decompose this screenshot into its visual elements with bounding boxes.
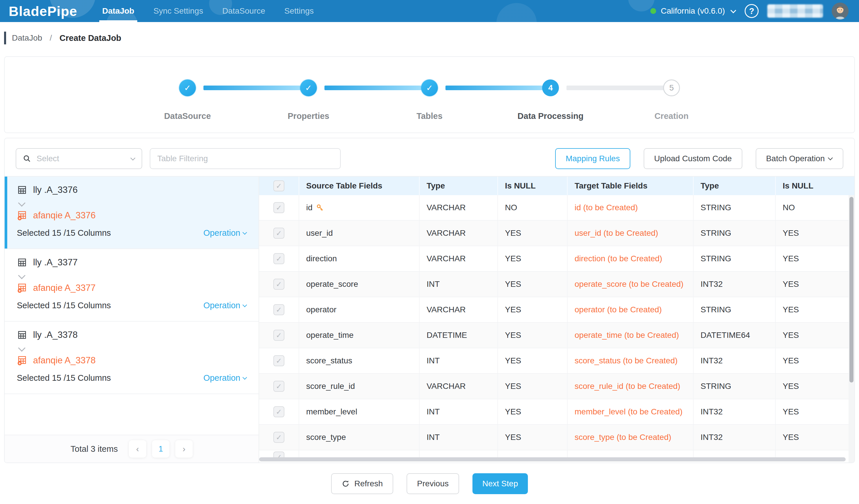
target-field-type: INT32 bbox=[694, 425, 776, 450]
username-redacted bbox=[767, 4, 823, 18]
refresh-button[interactable]: Refresh bbox=[331, 473, 393, 494]
previous-button[interactable]: Previous bbox=[407, 473, 459, 494]
source-field-name: score_rule_id bbox=[306, 382, 355, 391]
nav-item-settings[interactable]: Settings bbox=[284, 0, 314, 22]
selected-columns-text: Selected 15 /15 Columns bbox=[17, 301, 111, 310]
mapping-rules-button[interactable]: Mapping Rules bbox=[555, 148, 630, 169]
content-split: lly .A_3376 afanqie A_3376 bbox=[5, 176, 854, 462]
nav-item-datajob[interactable]: DataJob bbox=[102, 0, 134, 22]
source-field-null: YES bbox=[498, 399, 568, 424]
target-field-name: member_level (to be Created) bbox=[575, 406, 682, 417]
operation-menu-link[interactable]: Operation bbox=[204, 301, 247, 310]
upload-custom-code-button[interactable]: Upload Custom Code bbox=[644, 148, 742, 169]
avatar-face-icon bbox=[832, 3, 848, 19]
source-field-null: YES bbox=[498, 374, 568, 399]
field-row: score_rule_id VARCHAR YES score_rule_id … bbox=[259, 374, 854, 399]
source-field-type: VARCHAR bbox=[420, 297, 498, 322]
header-source-null: Is NULL bbox=[498, 177, 568, 195]
breadcrumb-accent-bar bbox=[4, 32, 6, 44]
page-title: Create DataJob bbox=[60, 33, 121, 43]
row-checkbox[interactable] bbox=[273, 202, 284, 213]
header-target-type: Type bbox=[694, 177, 776, 195]
row-checkbox[interactable] bbox=[273, 432, 284, 443]
refresh-label: Refresh bbox=[355, 479, 383, 488]
selection-summary-row: Selected 15 /15 Columns Operation bbox=[17, 301, 247, 310]
field-row: score_type INT YES score_type (to be Cre… bbox=[259, 425, 854, 450]
select-all-checkbox[interactable] bbox=[273, 180, 284, 191]
operation-label: Operation bbox=[204, 301, 240, 310]
avatar[interactable] bbox=[832, 3, 848, 19]
expand-chevron-icon[interactable] bbox=[18, 199, 25, 206]
table-select-dropdown[interactable]: Select bbox=[16, 148, 142, 169]
vertical-scrollbar[interactable] bbox=[849, 197, 854, 382]
row-checkbox[interactable] bbox=[273, 304, 284, 315]
step-label-datasource: DataSource bbox=[126, 111, 248, 121]
operation-label: Operation bbox=[204, 373, 240, 383]
target-field-type: STRING bbox=[694, 246, 776, 271]
source-table-icon bbox=[17, 185, 27, 195]
row-checkbox[interactable] bbox=[273, 253, 284, 264]
horizontal-scrollbar[interactable] bbox=[259, 457, 846, 461]
expand-chevron-icon[interactable] bbox=[18, 272, 25, 279]
source-field-null: YES bbox=[498, 323, 568, 348]
breadcrumb: DataJob / Create DataJob bbox=[0, 22, 859, 51]
target-field-name: operate_score (to be Created) bbox=[575, 279, 683, 290]
breadcrumb-parent[interactable]: DataJob bbox=[12, 33, 42, 43]
nav-right-group: California (v0.6.0) ? bbox=[650, 3, 848, 19]
source-field-name: operate_score bbox=[306, 280, 358, 289]
pagination-next-button[interactable]: › bbox=[175, 440, 193, 458]
environment-selector[interactable]: California (v0.6.0) bbox=[650, 6, 736, 16]
target-field-null: NO bbox=[776, 195, 854, 220]
nav-item-sync-settings[interactable]: Sync Settings bbox=[153, 0, 203, 22]
select-placeholder: Select bbox=[36, 154, 59, 163]
source-field-null: YES bbox=[498, 425, 568, 450]
row-checkbox[interactable] bbox=[273, 355, 284, 366]
step-connector-3 bbox=[446, 85, 543, 90]
target-field-name: score_type (to be Created) bbox=[575, 432, 671, 443]
table-pair-item: lly .A_3376 afanqie A_3376 bbox=[5, 177, 259, 249]
step-label-data-processing: Data Processing bbox=[489, 111, 612, 121]
batch-operation-button[interactable]: Batch Operation bbox=[756, 148, 843, 169]
source-field-name: score_type bbox=[306, 433, 346, 442]
row-checkbox[interactable] bbox=[273, 381, 284, 392]
target-table-name: afanqie A_3376 bbox=[33, 210, 96, 221]
row-checkbox[interactable] bbox=[273, 406, 284, 417]
target-field-type: DATETIME64 bbox=[694, 323, 776, 348]
field-row: operator VARCHAR YES operator (to be Cre… bbox=[259, 297, 854, 323]
field-row: member_level INT YES member_level (to be… bbox=[259, 399, 854, 425]
nav-item-datasource[interactable]: DataSource bbox=[222, 0, 265, 22]
table-pair-item: lly .A_3378 afanqie A_3378 bbox=[5, 321, 259, 394]
source-field-null: YES bbox=[498, 348, 568, 373]
search-icon bbox=[22, 154, 31, 163]
app-logo[interactable]: BladePipe bbox=[9, 3, 77, 19]
table-filter-input[interactable] bbox=[150, 148, 341, 169]
header-target-fields: Target Table Fields bbox=[568, 177, 694, 195]
pagination-page-1[interactable]: 1 bbox=[152, 440, 169, 458]
target-field-name: user_id (to be Created) bbox=[575, 227, 658, 239]
source-table-row: lly .A_3376 bbox=[17, 185, 247, 195]
source-field-type: VARCHAR bbox=[420, 221, 498, 246]
top-navbar: BladePipe DataJob Sync Settings DataSour… bbox=[0, 0, 859, 22]
row-checkbox[interactable] bbox=[273, 227, 284, 239]
step-circle-properties: ✓ bbox=[300, 79, 317, 96]
operation-menu-link[interactable]: Operation bbox=[204, 373, 247, 383]
refresh-icon bbox=[342, 479, 350, 488]
pagination-prev-button[interactable]: ‹ bbox=[129, 440, 146, 458]
step-label-creation: Creation bbox=[611, 111, 733, 121]
help-icon[interactable]: ? bbox=[745, 4, 758, 18]
expand-chevron-icon[interactable] bbox=[18, 344, 25, 351]
step-connector-2 bbox=[325, 85, 422, 90]
target-field-null: YES bbox=[776, 374, 854, 399]
source-field-name: member_level bbox=[306, 407, 357, 416]
source-field-type: INT bbox=[420, 272, 498, 297]
selected-columns-text: Selected 15 /15 Columns bbox=[17, 228, 111, 238]
operation-menu-link[interactable]: Operation bbox=[204, 228, 247, 238]
target-table-add-icon bbox=[17, 210, 27, 221]
row-checkbox[interactable] bbox=[273, 279, 284, 290]
next-step-button[interactable]: Next Step bbox=[472, 473, 528, 494]
target-table-row: afanqie A_3378 bbox=[17, 355, 247, 366]
target-field-null: YES bbox=[776, 348, 854, 373]
source-table-name: lly .A_3377 bbox=[33, 257, 77, 268]
row-checkbox[interactable] bbox=[273, 330, 284, 341]
source-field-type: DATETIME bbox=[420, 323, 498, 348]
